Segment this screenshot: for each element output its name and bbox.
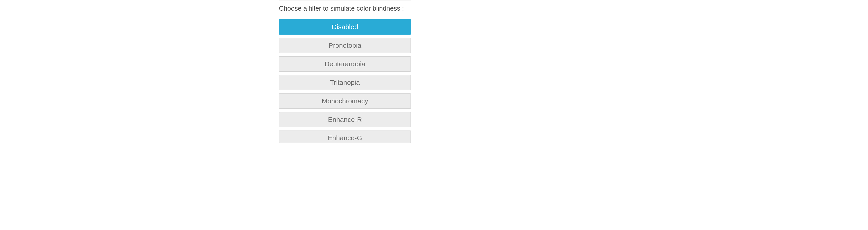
filter-button-label: Disabled	[332, 23, 358, 31]
filter-button-enhance-r[interactable]: Enhance-R	[279, 112, 411, 127]
filter-button-label: Enhance-G	[328, 134, 362, 142]
filter-button-label: Monochromacy	[322, 97, 368, 105]
color-blindness-filter-panel: Choose a filter to simulate color blindn…	[279, 0, 411, 143]
filter-button-disabled[interactable]: Disabled	[279, 19, 411, 35]
panel-divider	[279, 0, 411, 0]
filter-list: Disabled Pronotopia Deuteranopia Tritano…	[279, 19, 411, 143]
filter-button-label: Deuteranopia	[324, 60, 365, 68]
filter-button-tritanopia[interactable]: Tritanopia	[279, 75, 411, 90]
filter-button-enhance-g[interactable]: Enhance-G	[279, 131, 411, 143]
filter-button-deuteranopia[interactable]: Deuteranopia	[279, 56, 411, 72]
filter-button-label: Pronotopia	[329, 41, 361, 49]
filter-prompt: Choose a filter to simulate color blindn…	[279, 4, 411, 13]
filter-button-monochromacy[interactable]: Monochromacy	[279, 93, 411, 109]
filter-button-label: Enhance-R	[328, 116, 362, 123]
filter-button-label: Tritanopia	[330, 79, 360, 86]
filter-button-pronotopia[interactable]: Pronotopia	[279, 38, 411, 53]
